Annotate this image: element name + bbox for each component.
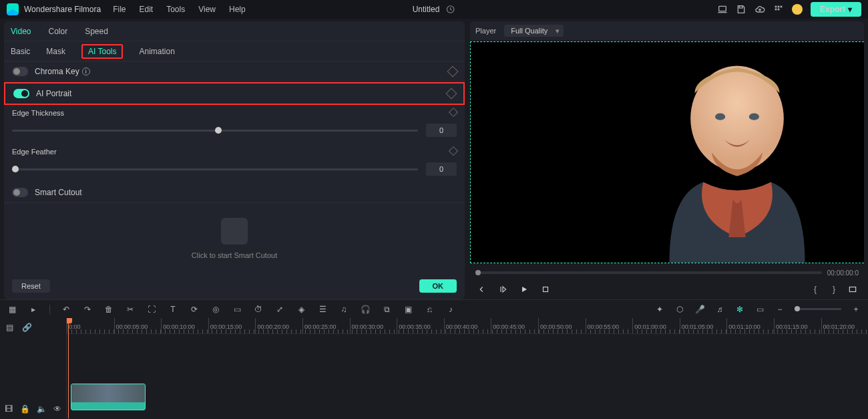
grid-icon[interactable]: ▦ <box>7 304 17 315</box>
svg-rect-5 <box>781 6 783 8</box>
expand-icon[interactable]: ⤢ <box>274 304 285 315</box>
keyframe-icon[interactable] <box>447 66 459 78</box>
ruler-mark: 00:00:45:00 <box>491 318 538 333</box>
menu-file[interactable]: File <box>113 5 126 14</box>
history-icon[interactable] <box>445 4 455 15</box>
export-button[interactable]: Export ▾ <box>811 2 861 17</box>
clip-speed-icon[interactable]: ◎ <box>210 304 221 315</box>
laptop-icon[interactable] <box>717 4 728 15</box>
delete-icon[interactable]: 🗑 <box>103 304 114 315</box>
subtab-basic[interactable]: Basic <box>11 47 30 56</box>
tab-speed[interactable]: Speed <box>85 27 108 36</box>
menu-help[interactable]: Help <box>229 5 246 14</box>
music-icon[interactable]: ♪ <box>445 304 456 315</box>
svg-rect-4 <box>778 6 780 8</box>
edge-thickness-slider[interactable] <box>12 130 418 132</box>
subtab-animation[interactable]: Animation <box>139 47 174 56</box>
tracklist-icon[interactable]: ▤ <box>4 322 15 333</box>
timeline-main[interactable]: 0:0000:00:05:0000:00:10:0000:00:15:0000:… <box>67 318 868 418</box>
adjust-icon[interactable]: ☰ <box>317 304 328 315</box>
reset-button[interactable]: Reset <box>12 279 50 293</box>
play-icon[interactable] <box>519 285 529 294</box>
svg-rect-12 <box>849 287 855 292</box>
tab-color[interactable]: Color <box>48 27 67 36</box>
crop-icon[interactable]: ⛶ <box>146 304 157 315</box>
tab-video[interactable]: Video <box>11 27 31 36</box>
link-icon[interactable]: ⧉ <box>381 304 392 315</box>
export-label: Export <box>820 5 845 14</box>
ruler-mark: 00:00:25:00 <box>302 318 350 333</box>
video-track-icon[interactable]: 🎞 <box>4 404 13 414</box>
zoom-in-icon[interactable]: + <box>851 304 861 315</box>
tracks[interactable] <box>67 334 868 408</box>
scrub-bar[interactable] <box>475 271 822 274</box>
playhead[interactable] <box>68 318 69 418</box>
render-icon[interactable]: ✦ <box>654 304 665 315</box>
pointer-icon[interactable]: ▸ <box>28 304 39 315</box>
tag-icon[interactable]: ◈ <box>296 304 306 315</box>
undo-icon[interactable]: ↶ <box>61 304 71 315</box>
subtab-mask[interactable]: Mask <box>46 47 65 56</box>
keyframe-icon[interactable] <box>449 108 458 117</box>
rotate-icon[interactable]: ⟳ <box>189 304 200 315</box>
timeline-trackhead: ▤ 🔗 🎞 🔒 🔈 👁 <box>0 318 67 418</box>
redo-icon[interactable]: ↷ <box>82 304 93 315</box>
audio-eq-icon[interactable]: ♫ <box>339 304 349 315</box>
cut-icon[interactable]: ✂ <box>125 304 136 315</box>
timer-icon[interactable]: ⏱ <box>253 304 264 315</box>
svg-rect-2 <box>739 6 742 8</box>
play-pause-icon[interactable] <box>498 285 507 294</box>
edge-feather-slider[interactable] <box>12 168 418 170</box>
zoom-slider[interactable] <box>795 308 841 310</box>
ruler-mark: 00:00:05:00 <box>114 318 162 333</box>
menu-view[interactable]: View <box>198 5 216 14</box>
quality-dropdown[interactable]: Full Quality <box>504 25 564 37</box>
visibility-icon[interactable]: 👁 <box>53 404 63 414</box>
aspect-icon[interactable]: ▭ <box>754 304 765 315</box>
lock-icon[interactable]: 🔒 <box>20 404 30 414</box>
text-icon[interactable]: T <box>168 304 178 315</box>
account-badge-icon[interactable] <box>792 4 803 15</box>
smart-cutout-area[interactable]: Click to start Smart Cutout <box>4 203 465 274</box>
apps-icon[interactable] <box>773 4 784 15</box>
group-icon[interactable]: ▣ <box>403 304 413 315</box>
zoom-out-icon[interactable]: − <box>775 304 785 315</box>
player-label: Player <box>475 27 496 35</box>
menu-edit[interactable]: Edit <box>140 5 154 14</box>
smart-cutout-toggle[interactable] <box>12 188 28 197</box>
fullscreen-icon[interactable] <box>848 285 857 294</box>
marker-icon[interactable]: ⬡ <box>674 304 685 315</box>
menu-tools[interactable]: Tools <box>166 5 185 14</box>
svg-rect-1 <box>719 6 726 11</box>
ai-portrait-toggle[interactable] <box>13 89 29 98</box>
preview-canvas[interactable] <box>470 41 864 263</box>
mute-icon[interactable]: 🔈 <box>37 404 47 414</box>
chroma-key-toggle[interactable] <box>12 67 28 76</box>
edge-feather-value[interactable]: 0 <box>426 162 457 176</box>
mic-icon[interactable]: 🎤 <box>694 304 705 315</box>
subtab-ai-tools[interactable]: AI Tools <box>81 44 123 59</box>
quality-value: Full Quality <box>511 27 548 35</box>
mixer-icon[interactable]: ♬ <box>714 304 725 315</box>
main-area: Video Color Speed Basic Mask AI Tools An… <box>0 19 868 299</box>
keyframe-icon[interactable] <box>446 88 457 100</box>
detach-icon[interactable]: ⎌ <box>424 304 435 315</box>
voice-icon[interactable]: 🎧 <box>360 304 371 315</box>
stop-icon[interactable] <box>541 285 550 294</box>
ruler[interactable]: 0:0000:00:05:0000:00:10:0000:00:15:0000:… <box>67 318 868 334</box>
ai-icon[interactable]: ✻ <box>734 304 745 315</box>
svg-rect-7 <box>778 9 780 11</box>
link-tracks-icon[interactable]: 🔗 <box>21 322 32 333</box>
edge-thickness-value[interactable]: 0 <box>426 124 457 137</box>
brace-left-icon[interactable]: { <box>811 285 820 294</box>
prev-frame-icon[interactable] <box>477 285 486 294</box>
clip[interactable] <box>71 384 146 410</box>
keyframe-icon[interactable] <box>449 146 458 156</box>
ruler-mark: 00:00:15:00 <box>208 318 256 333</box>
info-icon[interactable]: i <box>82 67 90 76</box>
save-icon[interactable] <box>736 4 746 15</box>
screen-icon[interactable]: ▭ <box>232 304 242 315</box>
ok-button[interactable]: OK <box>419 279 457 293</box>
brace-right-icon[interactable]: } <box>829 285 839 294</box>
cloud-upload-icon[interactable] <box>754 4 765 15</box>
